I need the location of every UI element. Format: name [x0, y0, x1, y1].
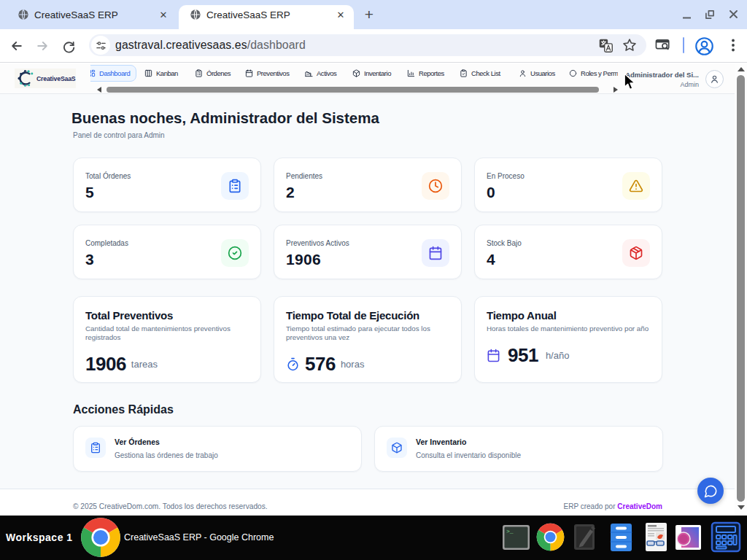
svg-text:>_: >_: [506, 528, 514, 534]
